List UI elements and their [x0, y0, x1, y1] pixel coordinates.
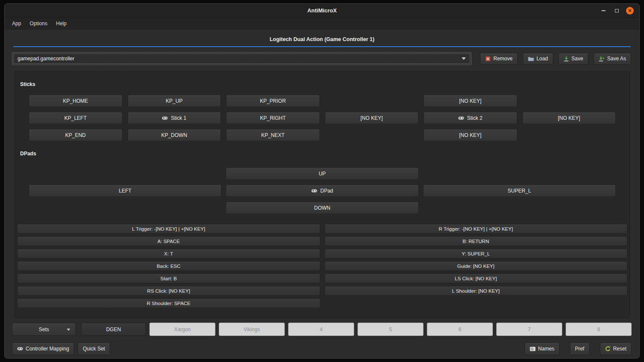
save-as-icon	[599, 56, 605, 62]
window-title: AntiMicroX	[307, 7, 337, 14]
dpad-config-button[interactable]: DPad	[226, 184, 418, 197]
footer-row: Controller Mapping Quick Set Names Pref …	[12, 342, 632, 355]
remove-button-label: Remove	[493, 56, 513, 62]
dpads-heading: DPads	[20, 151, 628, 157]
guide-button[interactable]: Guide: [NO KEY]	[325, 261, 628, 271]
set-tab-3[interactable]: Vikings	[219, 323, 285, 336]
menubar: App Options Help	[5, 18, 639, 30]
controller-tab[interactable]: Logitech Dual Action (Game Controller 1)	[5, 36, 639, 42]
stick1-upleft-button[interactable]: KP_HOME	[29, 95, 122, 107]
y-button[interactable]: Y: SUPER_L	[325, 249, 628, 258]
sets-row: Sets DGEN Xargon Vikings 4 5 6 7 8	[12, 323, 632, 336]
chevron-down-icon	[462, 57, 466, 60]
remove-icon	[485, 56, 491, 62]
save-as-button[interactable]: Save As	[593, 53, 631, 65]
stick1-upright-button[interactable]: KP_PRIOR	[226, 95, 320, 107]
r-shoulder-button[interactable]: R Shoulder: SPACE	[17, 298, 320, 308]
dpad-right-button[interactable]: SUPER_L	[423, 184, 616, 197]
set-tab-5[interactable]: 5	[358, 323, 423, 336]
controller-mapping-label: Controller Mapping	[26, 346, 69, 352]
save-as-button-label: Save As	[607, 56, 626, 62]
remove-button[interactable]: Remove	[480, 53, 518, 65]
refresh-icon	[605, 346, 611, 352]
profile-combobox-value: gamepad.gamecontroller	[18, 56, 75, 62]
profile-combobox[interactable]: gamepad.gamecontroller	[12, 52, 471, 65]
sets-dropdown-label: Sets	[39, 326, 49, 332]
close-icon: ×	[628, 8, 632, 13]
reset-button[interactable]: Reset	[600, 342, 632, 355]
list-icon	[530, 347, 536, 351]
back-button[interactable]: Back: ESC	[17, 261, 320, 271]
quick-set-button[interactable]: Quick Set	[78, 342, 110, 355]
minimize-icon	[602, 10, 605, 11]
mapping-panel: Sticks KP_HOME KP_UP KP_PRIOR [NO KEY] K…	[15, 71, 630, 318]
maximize-button[interactable]	[613, 7, 620, 15]
l-trigger-button[interactable]: L Trigger: -[NO KEY] | +[NO KEY]	[17, 224, 320, 234]
stick2-config-button[interactable]: Stick 2	[423, 112, 517, 124]
set-tab-8[interactable]: 8	[566, 323, 632, 336]
stick2-label: Stick 2	[467, 115, 483, 121]
assignments-right-column: R Trigger: -[NO KEY] | +[NO KEY] B: RETU…	[325, 224, 628, 308]
button-assignments: L Trigger: -[NO KEY] | +[NO KEY] A: SPAC…	[17, 224, 627, 308]
quick-set-label: Quick Set	[83, 346, 105, 352]
controller-mapping-button[interactable]: Controller Mapping	[12, 342, 74, 355]
pref-button[interactable]: Pref	[570, 342, 590, 355]
r-trigger-button[interactable]: R Trigger: -[NO KEY] | +[NO KEY]	[325, 224, 628, 234]
chevron-down-icon	[67, 329, 70, 331]
stick1-label: Stick 1	[171, 115, 186, 121]
stick1-up-button[interactable]: KP_UP	[128, 95, 221, 107]
profile-actions: Remove Load Save	[480, 53, 631, 65]
window-controls: ×	[599, 4, 634, 17]
gamepad-icon	[311, 189, 317, 193]
reset-label: Reset	[613, 346, 626, 352]
pref-label: Pref	[575, 346, 584, 352]
stick1-config-button[interactable]: Stick 1	[128, 112, 221, 124]
titlebar: AntiMicroX ×	[5, 4, 639, 18]
stick1-down-button[interactable]: KP_DOWN	[128, 129, 221, 141]
minimize-button[interactable]	[599, 7, 607, 15]
x-button[interactable]: X: T	[17, 249, 320, 258]
gamepad-icon	[162, 116, 168, 120]
stick2-down-button[interactable]: [NO KEY]	[423, 129, 517, 141]
rs-click-button[interactable]: RS Click: [NO KEY]	[17, 286, 320, 296]
names-button[interactable]: Names	[525, 342, 560, 355]
folder-icon	[528, 56, 534, 61]
close-button[interactable]: ×	[626, 7, 634, 15]
assignments-left-column: L Trigger: -[NO KEY] | +[NO KEY] A: SPAC…	[17, 224, 320, 308]
names-label: Names	[538, 346, 555, 352]
set-tab-7[interactable]: 7	[496, 323, 562, 336]
set-tab-2[interactable]: Xargon	[149, 323, 215, 336]
stick2-right-button[interactable]: [NO KEY]	[522, 112, 616, 124]
set-tab-1[interactable]: DGEN	[81, 323, 146, 336]
dpad-down-button[interactable]: DOWN	[226, 202, 418, 214]
dpad-left-button[interactable]: LEFT	[29, 184, 221, 197]
menu-options[interactable]: Options	[26, 19, 51, 28]
menu-app[interactable]: App	[8, 19, 25, 28]
sticks-heading: Sticks	[20, 81, 628, 87]
set-tab-6[interactable]: 6	[427, 323, 493, 336]
b-button[interactable]: B: RETURN	[325, 236, 628, 246]
gamepad-icon	[17, 347, 23, 351]
load-button[interactable]: Load	[523, 53, 553, 65]
save-button[interactable]: Save	[558, 53, 588, 65]
sticks-grid: KP_HOME KP_UP KP_PRIOR [NO KEY] KP_LEFT …	[29, 95, 616, 141]
l-shoulder-button[interactable]: L Shoulder: [NO KEY]	[325, 286, 628, 296]
start-button[interactable]: Start: B	[17, 273, 320, 283]
a-button[interactable]: A: SPACE	[17, 236, 320, 246]
set-tab-4[interactable]: 4	[288, 323, 354, 336]
stick2-left-button[interactable]: [NO KEY]	[325, 112, 419, 124]
profile-row: gamepad.gamecontroller Remove Load	[12, 52, 631, 65]
stick1-left-button[interactable]: KP_LEFT	[29, 112, 122, 124]
stick1-right-button[interactable]: KP_RIGHT	[226, 112, 320, 124]
sets-dropdown-button[interactable]: Sets	[12, 323, 76, 336]
menu-help[interactable]: Help	[52, 19, 71, 28]
stick1-downleft-button[interactable]: KP_END	[29, 129, 122, 141]
load-button-label: Load	[537, 56, 548, 62]
maximize-icon	[615, 9, 619, 12]
content: Logitech Dual Action (Game Controller 1)…	[5, 36, 639, 359]
dpad-up-button[interactable]: UP	[226, 167, 418, 180]
dpad-label: DPad	[320, 188, 333, 194]
stick2-up-button[interactable]: [NO KEY]	[423, 95, 517, 107]
stick1-downright-button[interactable]: KP_NEXT	[226, 129, 320, 141]
ls-click-button[interactable]: LS Click: [NO KEY]	[325, 273, 628, 283]
